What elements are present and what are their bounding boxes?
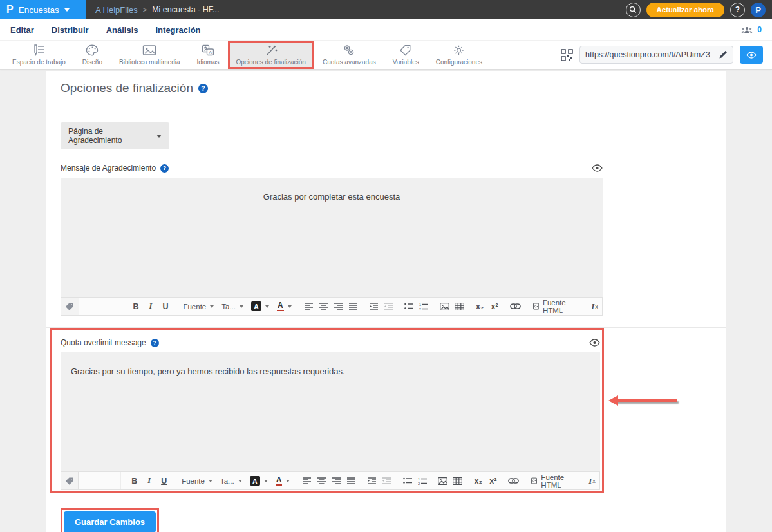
tab-analisis[interactable]: Análisis	[106, 24, 138, 36]
align-center-button[interactable]	[317, 299, 330, 314]
align-left-button[interactable]	[300, 474, 314, 488]
justify-button[interactable]	[344, 474, 358, 488]
insert-link-button[interactable]	[507, 474, 520, 488]
finish-page-select[interactable]: Página de Agradecimiento	[61, 122, 169, 149]
thankyou-editor[interactable]: Gracias por completar esta encuesta	[61, 178, 603, 297]
align-center-button[interactable]	[315, 474, 328, 488]
merge-tag-icon[interactable]	[61, 298, 79, 315]
text-color-dropdown[interactable]: A	[272, 476, 294, 486]
tab-distribuir[interactable]: Distribuir	[52, 24, 89, 36]
links-icon	[343, 44, 355, 56]
numbered-list-button[interactable]: 12	[415, 474, 429, 488]
font-size-dropdown[interactable]: Ta...	[216, 477, 246, 485]
bold-button[interactable]: B	[129, 299, 142, 314]
subscript-button[interactable]: x₂	[471, 474, 485, 488]
breadcrumb-folder[interactable]: A HelpFiles	[95, 5, 138, 15]
align-right-button[interactable]	[332, 299, 345, 314]
remove-format-button[interactable]: Ix	[585, 474, 599, 488]
justify-button[interactable]	[346, 299, 360, 314]
insert-image-button[interactable]	[436, 474, 449, 488]
insert-link-button[interactable]	[509, 299, 522, 314]
product-switcher[interactable]: P Encuestas	[0, 0, 86, 19]
annotation-arrow-icon	[613, 399, 677, 402]
ribbon-item-label: Biblioteca multimedia	[119, 59, 180, 66]
background-color-swatch: A	[251, 301, 261, 311]
numbered-list-button[interactable]: 12	[417, 299, 431, 314]
merge-tag-icon[interactable]	[61, 472, 79, 489]
html-source-button[interactable]: Fuente HTML	[529, 299, 581, 314]
module-tabs: Editar Distribuir Análisis Integración 0	[0, 19, 772, 40]
remove-format-x: x	[592, 478, 596, 484]
ribbon-item-configuraciones[interactable]: Configuraciones	[428, 41, 491, 69]
insert-image-button[interactable]	[438, 299, 451, 314]
indent-decrease-button[interactable]	[380, 474, 393, 488]
title-help-icon[interactable]: ?	[198, 84, 208, 93]
save-changes-button[interactable]: Guardar Cambios	[64, 511, 156, 532]
collaborators-count[interactable]: 0	[757, 25, 762, 34]
help-button[interactable]: ?	[730, 3, 745, 17]
background-color-dropdown[interactable]: A	[246, 476, 272, 486]
svg-text:1: 1	[419, 303, 421, 307]
thankyou-preview-eye-icon[interactable]	[592, 164, 603, 172]
font-size-label: Ta...	[220, 477, 234, 485]
search-icon	[629, 6, 637, 14]
account-avatar[interactable]: P	[751, 3, 766, 17]
survey-url-input[interactable]	[585, 50, 714, 59]
bold-button[interactable]: B	[127, 474, 141, 488]
html-source-label: Fuente HTML	[543, 299, 578, 314]
svg-text:A: A	[209, 49, 212, 55]
thankyou-label: Mensaje de Agradecimiento	[61, 164, 156, 173]
font-family-dropdown[interactable]: Fuente	[178, 477, 216, 485]
ribbon-item-label: Espacio de trabajo	[12, 59, 66, 66]
thankyou-help-icon[interactable]: ?	[160, 164, 169, 173]
italic-button[interactable]: I	[144, 299, 157, 314]
quota-help-icon[interactable]: ?	[151, 339, 159, 347]
indent-decrease-button[interactable]	[382, 299, 395, 314]
save-annotation-box: Guardar Cambios	[61, 508, 159, 532]
quota-section: Quota overlimit message ? Gracias por su…	[61, 338, 600, 490]
ribbon-item-diseno[interactable]: Diseño	[74, 41, 111, 69]
underline-button[interactable]: U	[157, 474, 171, 488]
quota-preview-eye-icon[interactable]	[589, 339, 600, 347]
ribbon-item-label: Variables	[393, 59, 419, 66]
bullet-list-button[interactable]	[402, 299, 416, 314]
remove-format-i: I	[588, 476, 592, 486]
background-color-dropdown[interactable]: A	[247, 301, 273, 311]
thankyou-editor-toolbar: B I U Fuente Ta... A A	[61, 297, 603, 316]
ribbon-item-espacio-de-trabajo[interactable]: Espacio de trabajo	[4, 41, 74, 69]
ribbon-item-idiomas[interactable]: A Idiomas	[188, 41, 227, 69]
search-button[interactable]	[626, 3, 641, 17]
quota-editor[interactable]: Gracias por su tiempo, pero ya hemos rec…	[61, 352, 600, 471]
superscript-button[interactable]: x²	[488, 299, 502, 314]
align-left-button[interactable]	[302, 299, 315, 314]
align-right-button[interactable]	[330, 474, 343, 488]
text-color-dropdown[interactable]: A	[273, 301, 296, 311]
italic-button[interactable]: I	[142, 474, 156, 488]
bullet-list-button[interactable]	[400, 474, 414, 488]
ribbon-item-variables[interactable]: Variables	[384, 41, 428, 69]
indent-increase-button[interactable]	[367, 299, 381, 314]
survey-url-box	[579, 46, 733, 64]
collaborators-icon[interactable]	[741, 26, 753, 34]
insert-table-button[interactable]	[453, 299, 466, 314]
superscript-button[interactable]: x²	[486, 474, 500, 488]
ribbon-item-biblioteca-multimedia[interactable]: Biblioteca multimedia	[111, 41, 189, 69]
subscript-button[interactable]: x₂	[473, 299, 487, 314]
html-source-button[interactable]: Fuente HTML	[527, 473, 579, 489]
indent-increase-button[interactable]	[365, 474, 379, 488]
font-size-dropdown[interactable]: Ta...	[218, 303, 247, 310]
remove-format-button[interactable]: Ix	[588, 299, 601, 314]
preview-survey-button[interactable]	[740, 46, 763, 64]
ribbon-item-cuotas-avanzadas[interactable]: Cuotas avanzadas	[314, 41, 384, 69]
insert-table-button[interactable]	[451, 474, 464, 488]
ribbon-item-opciones-de-finalizacion[interactable]: Opciones de finalización	[228, 41, 314, 69]
edit-url-pencil-icon[interactable]	[719, 50, 728, 59]
underline-button[interactable]: U	[158, 299, 172, 314]
qr-code-icon[interactable]	[561, 49, 573, 61]
breadcrumb-survey[interactable]: Mi encuesta - HF...	[152, 5, 219, 14]
update-now-button[interactable]: Actualizar ahora	[646, 3, 724, 17]
font-family-dropdown[interactable]: Fuente	[179, 303, 218, 310]
tab-editar[interactable]: Editar	[10, 24, 34, 36]
breadcrumb-separator: >	[143, 6, 147, 14]
tab-integracion[interactable]: Integración	[156, 24, 201, 36]
